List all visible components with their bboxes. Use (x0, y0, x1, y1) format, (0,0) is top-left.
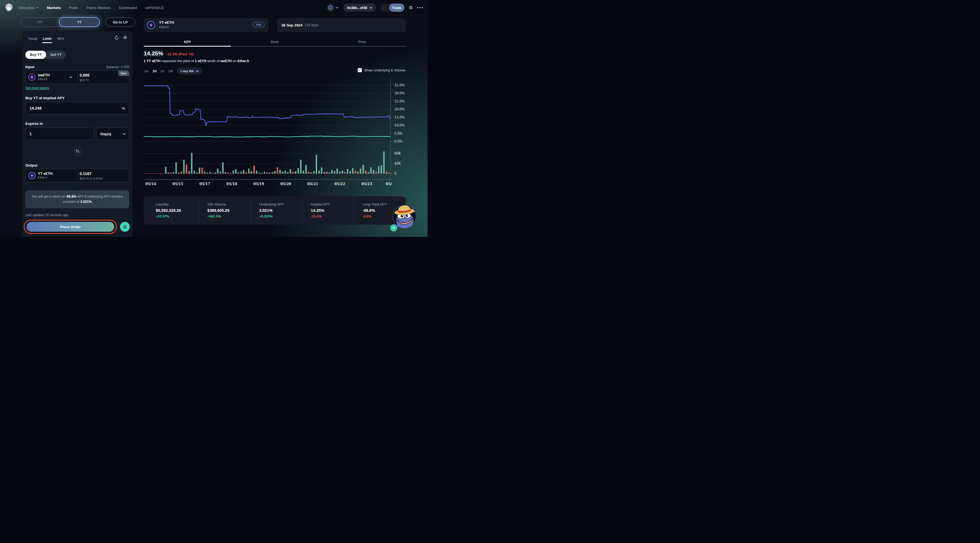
trade-toggle-active[interactable]: Trade (389, 3, 404, 12)
last-updated-text: Last updated 25 seconds ago (25, 213, 68, 217)
order-panel: Swap Limit Mint ⚙ Buy YT Sell YT Input B… (22, 31, 132, 237)
x-axis-tick-label: 05/14 (145, 182, 156, 186)
top-nav: Education Markets Pools Points Markets D… (0, 0, 428, 16)
apy-chart[interactable]: 35.0%30.0%25.0%20.0%15.0%10.0%5.0%0.0%80… (144, 77, 410, 186)
x-axis-tick-label: 05/21 (307, 182, 318, 186)
apy-label-row: Buy YT at Implied APY (25, 96, 129, 100)
tab-swap[interactable]: Swap (28, 37, 37, 41)
chart-lines (144, 86, 390, 137)
info-button[interactable]: Info (253, 22, 264, 27)
y-axis-tick-label: 20.0% (394, 107, 405, 111)
market-token-icon (147, 21, 155, 29)
volume-axis-tick-label: 80K (394, 152, 401, 156)
buy-yt-button[interactable]: Buy YT (25, 51, 46, 59)
nav-item-markets[interactable]: Markets (47, 6, 61, 10)
tab-price[interactable]: Price (318, 40, 406, 44)
x-axis-tick-label: 05/22 (334, 182, 345, 186)
nav-right-cluster: 0x38b...ef36 Trade ⚙ (326, 0, 423, 15)
stat-underlying-apy: Underlying APY3.021%+9.323% (251, 196, 302, 225)
apy-change-7d: -15.3% (Past 7d) (166, 52, 194, 56)
tab-limit[interactable]: Limit (43, 37, 51, 41)
swap-direction-button[interactable] (72, 146, 83, 156)
x-axis-tick-label: 05/15 (172, 182, 183, 186)
pendle-logo-icon[interactable] (5, 3, 13, 12)
volume-axis-tick-label: 0 (394, 172, 396, 176)
x-axis-tick-label: 05/18 (226, 182, 237, 186)
implied-apy-input-box: 14.248 % (25, 102, 129, 114)
tab-apy[interactable]: APY (144, 40, 231, 44)
market-name: YT eETH (159, 21, 174, 25)
range-1h[interactable]: 1H (153, 70, 157, 73)
input-token-selector[interactable]: weETH Ether.fi (29, 73, 49, 81)
checkbox-label: Show Underlying & Volume (364, 68, 405, 72)
trade-mode-toggle[interactable]: Trade (380, 3, 404, 12)
expires-unit-dropdown[interactable]: Day(s) (96, 127, 129, 140)
chevron-down-icon (336, 7, 338, 8)
balance-label: Balance: 0.005 (107, 65, 129, 69)
implied-apy-label: Buy YT at Implied APY (25, 96, 65, 100)
implied-apy-line (144, 86, 390, 126)
yt-toggle-button[interactable]: YT (59, 17, 100, 27)
nav-item-vependle[interactable]: vePENDLE (145, 6, 164, 10)
network-selector[interactable] (326, 3, 339, 12)
maturity-days: 124 days (305, 23, 318, 27)
nav-item-pools[interactable]: Pools (69, 6, 78, 10)
nav-item-dashboard[interactable]: Dashboard (119, 6, 137, 10)
nav-menu: Education Markets Pools Points Markets D… (18, 0, 164, 15)
wallet-address-button[interactable]: 0x38b...ef36 (343, 3, 376, 12)
output-token-box: YT eETH Ether.fi 0.1167 $19.72 (< 0.01%) (25, 169, 129, 183)
seven-day-ma-toggle[interactable]: 7-day MA ⇌ (177, 68, 202, 75)
chart-tabs: APY Book Price (144, 40, 406, 44)
output-usd-value: $19.72 (< 0.01%) (80, 177, 103, 180)
network-icon (326, 3, 334, 12)
market-stats-bar: Liquidity$5,592,329.26+33.97% 24h Volume… (144, 196, 406, 225)
gear-icon[interactable]: ⚙ (409, 5, 413, 10)
tab-book[interactable]: Book (231, 40, 318, 44)
input-amount-field[interactable]: 0.005 (80, 73, 89, 78)
place-order-button[interactable]: Place Order (27, 222, 114, 232)
wallet-address: 0x38b...ef36 (347, 6, 367, 10)
pt-toggle-button[interactable]: PT (21, 18, 59, 27)
tab-mint[interactable]: Mint (57, 37, 64, 41)
expires-unit-value: Day(s) (100, 132, 111, 136)
refresh-fab-button[interactable]: ⟳ (390, 224, 397, 232)
more-menu-icon[interactable] (417, 7, 423, 8)
sell-yt-button[interactable]: Sell YT (46, 51, 66, 59)
y-axis-tick-label: 15.0% (394, 116, 405, 119)
output-label-row: Output (25, 163, 129, 167)
tab-underline-track (144, 46, 406, 47)
input-token-box: weETH Ether.fi 0.005 $19.72 Max (25, 70, 129, 84)
annotation-highlight-box: Place Order (24, 220, 117, 234)
expires-value-field[interactable]: 1 (29, 132, 32, 136)
ma-swap-icon: ⇌ (196, 69, 199, 73)
input-token-symbol: weETH (38, 73, 49, 78)
range-1m[interactable]: 1m (144, 70, 149, 73)
y-axis-tick-label: 25.0% (394, 100, 405, 103)
calculator-button[interactable] (120, 222, 130, 232)
refresh-icon[interactable] (114, 35, 119, 40)
get-input-tokens-link[interactable]: Get input tokens (25, 86, 49, 90)
implied-apy-field[interactable]: 14.248 (29, 106, 41, 110)
x-axis-tick-label: 05/20 (280, 182, 291, 186)
range-1w[interactable]: 1W (168, 70, 173, 73)
yt-description: 1 YT eETH repesents the yield of 1 eETH … (144, 59, 249, 63)
x-axis-tick-label: 05/ (386, 182, 392, 186)
max-button[interactable]: Max (118, 71, 129, 76)
go-to-lp-button[interactable]: Go to LP (105, 17, 135, 27)
settings-gear-icon[interactable]: ⚙ (123, 35, 127, 40)
range-1d[interactable]: 1D (160, 70, 164, 73)
show-underlying-checkbox[interactable]: ✓ (358, 68, 362, 72)
x-axis-tick-label: 05/23 (361, 182, 372, 186)
pendle-trade-page: Education Markets Pools Points Markets D… (0, 0, 428, 237)
show-underlying-volume-control: ✓ Show Underlying & Volume (358, 68, 405, 72)
panel-icons: ⚙ (114, 35, 127, 40)
chevron-down-icon[interactable] (69, 76, 72, 78)
y-axis-tick-label: 35.0% (394, 83, 405, 87)
weeth-token-icon (29, 74, 35, 81)
nav-item-education[interactable]: Education (18, 6, 39, 10)
apy-headline: 14.25% -15.3% (Past 7d) (144, 50, 194, 57)
percent-suffix: % (122, 106, 125, 110)
output-label: Output (25, 163, 37, 167)
output-token-protocol: Ether.fi (38, 176, 52, 179)
nav-item-points-markets[interactable]: Points Markets (86, 6, 111, 10)
